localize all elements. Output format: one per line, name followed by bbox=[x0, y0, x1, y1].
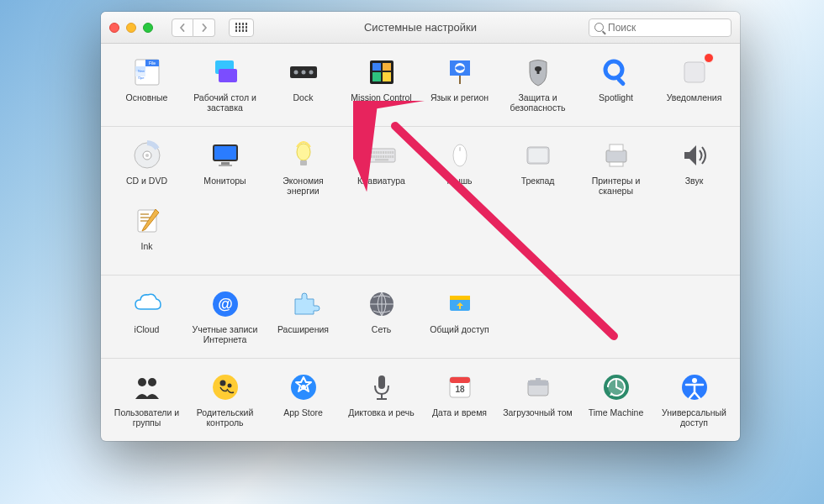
svg-rect-58 bbox=[459, 147, 461, 151]
appstore-icon bbox=[287, 370, 320, 404]
pref-item-label: Рабочий стол и заставка bbox=[189, 92, 261, 113]
minimize-icon[interactable] bbox=[126, 23, 136, 33]
pref-item-trackpad[interactable]: Трекпад bbox=[499, 137, 577, 197]
mouse-icon bbox=[443, 139, 477, 172]
pref-item-label: Spotlight bbox=[599, 92, 633, 113]
svg-rect-53 bbox=[387, 155, 388, 158]
pref-item-ink[interactable]: Ink bbox=[108, 202, 186, 263]
pref-item-security[interactable]: Защита и безопасность bbox=[499, 54, 577, 114]
pref-item-parental[interactable]: Родительский контроль bbox=[186, 369, 264, 429]
security-icon bbox=[521, 55, 555, 89]
network-icon bbox=[365, 287, 399, 321]
svg-rect-32 bbox=[219, 165, 232, 166]
pref-item-sound[interactable]: Звук bbox=[655, 137, 733, 197]
forward-button[interactable] bbox=[193, 18, 215, 37]
pref-item-spotlight[interactable]: Spotlight bbox=[577, 54, 655, 114]
pref-item-extensions[interactable]: Расширения bbox=[264, 286, 342, 346]
svg-rect-77 bbox=[378, 375, 385, 389]
pref-item-language[interactable]: Язык и регион bbox=[420, 54, 499, 114]
svg-point-76 bbox=[301, 385, 306, 390]
users-icon bbox=[130, 370, 164, 404]
svg-rect-50 bbox=[380, 155, 382, 158]
pref-item-appstore[interactable]: App Store bbox=[264, 369, 342, 429]
pref-item-dock[interactable]: Dock bbox=[264, 54, 342, 114]
svg-text:@: @ bbox=[218, 296, 233, 312]
pref-item-printers[interactable]: Принтеры и сканеры bbox=[577, 137, 655, 197]
pref-item-label: iCloud bbox=[135, 324, 160, 344]
pref-item-general[interactable]: FileNewOpeОсновные bbox=[108, 54, 186, 114]
svg-rect-34 bbox=[300, 160, 307, 165]
icloud-icon bbox=[130, 287, 164, 321]
svg-rect-42 bbox=[384, 151, 386, 154]
pref-item-label: Мониторы bbox=[203, 176, 246, 196]
svg-rect-44 bbox=[389, 151, 391, 154]
pref-item-label: Родительский контроль bbox=[189, 407, 261, 428]
pref-item-users[interactable]: Пользователи и группы bbox=[108, 369, 186, 429]
svg-rect-37 bbox=[372, 151, 374, 154]
svg-rect-39 bbox=[378, 151, 379, 154]
pref-item-cddvd[interactable]: CD и DVD bbox=[108, 137, 186, 197]
keyboard-icon bbox=[365, 139, 399, 172]
pref-item-label: Учетные записи Интернета bbox=[189, 324, 261, 344]
datetime-icon: 18 bbox=[443, 370, 477, 404]
zoom-icon[interactable] bbox=[143, 23, 153, 33]
sound-icon bbox=[678, 139, 711, 172]
svg-point-33 bbox=[297, 144, 310, 160]
timemachine-icon bbox=[600, 370, 633, 404]
show-all-button[interactable] bbox=[229, 18, 254, 37]
window-controls bbox=[109, 23, 153, 33]
parental-icon bbox=[209, 370, 242, 404]
close-icon[interactable] bbox=[109, 23, 119, 33]
prefs-section: FileNewOpeОсновныеРабочий стол и заставк… bbox=[101, 44, 740, 127]
svg-rect-49 bbox=[378, 155, 379, 158]
svg-rect-14 bbox=[372, 63, 381, 71]
prefs-section: CD и DVDМониторыЭкономия энергииКлавиату… bbox=[101, 127, 740, 276]
pref-item-label: Общий доступ bbox=[430, 324, 489, 344]
svg-point-72 bbox=[213, 375, 238, 400]
search-input[interactable] bbox=[608, 22, 726, 34]
svg-rect-55 bbox=[392, 155, 394, 158]
svg-rect-47 bbox=[372, 155, 374, 158]
startup-icon bbox=[521, 370, 555, 404]
svg-rect-31 bbox=[221, 162, 230, 165]
pref-item-displays[interactable]: Мониторы bbox=[186, 137, 264, 197]
svg-point-28 bbox=[145, 154, 149, 157]
pref-item-sharing[interactable]: Общий доступ bbox=[420, 286, 499, 346]
svg-rect-63 bbox=[610, 162, 623, 166]
svg-point-10 bbox=[293, 71, 298, 75]
displays-icon bbox=[209, 139, 242, 172]
energy-icon bbox=[287, 139, 320, 172]
svg-point-74 bbox=[227, 384, 231, 388]
pref-item-dictation[interactable]: Диктовка и речь bbox=[342, 369, 420, 429]
svg-rect-15 bbox=[383, 63, 391, 71]
search-field[interactable] bbox=[589, 18, 732, 37]
svg-point-89 bbox=[692, 378, 697, 383]
pref-item-notifications[interactable]: Уведомления bbox=[655, 54, 733, 114]
pref-item-label: Универсальный доступ bbox=[658, 407, 731, 428]
pref-item-icloud[interactable]: iCloud bbox=[108, 286, 186, 346]
pref-item-mouse[interactable]: Мышь bbox=[420, 137, 499, 197]
back-button[interactable] bbox=[172, 18, 193, 37]
svg-point-12 bbox=[309, 71, 313, 75]
pref-item-mission[interactable]: Mission Control bbox=[342, 54, 420, 114]
pref-item-startup[interactable]: Загрузочный том bbox=[499, 369, 577, 429]
svg-text:Ope: Ope bbox=[138, 76, 145, 80]
pref-item-energy[interactable]: Экономия энергии bbox=[264, 137, 342, 197]
pref-item-label: Time Machine bbox=[589, 407, 644, 428]
pref-item-network[interactable]: Сеть bbox=[342, 286, 420, 346]
svg-rect-43 bbox=[387, 151, 388, 154]
pref-item-label: Расширения bbox=[277, 324, 329, 344]
dictation-icon bbox=[365, 370, 399, 404]
svg-rect-52 bbox=[384, 155, 386, 158]
pref-item-keyboard[interactable]: Клавиатура bbox=[342, 137, 420, 197]
pref-item-label: Язык и регион bbox=[430, 92, 489, 113]
pref-item-label: Диктовка и речь bbox=[348, 407, 414, 428]
pref-item-desktop[interactable]: Рабочий стол и заставка bbox=[186, 54, 264, 114]
pref-item-timemachine[interactable]: Time Machine bbox=[577, 369, 655, 429]
svg-rect-8 bbox=[219, 69, 237, 82]
pref-item-datetime[interactable]: 18Дата и время bbox=[420, 369, 499, 429]
svg-rect-84 bbox=[528, 381, 548, 386]
pref-item-accounts[interactable]: @Учетные записи Интернета bbox=[186, 286, 264, 346]
pref-item-accessibility[interactable]: Универсальный доступ bbox=[655, 369, 733, 429]
svg-rect-41 bbox=[383, 151, 384, 154]
